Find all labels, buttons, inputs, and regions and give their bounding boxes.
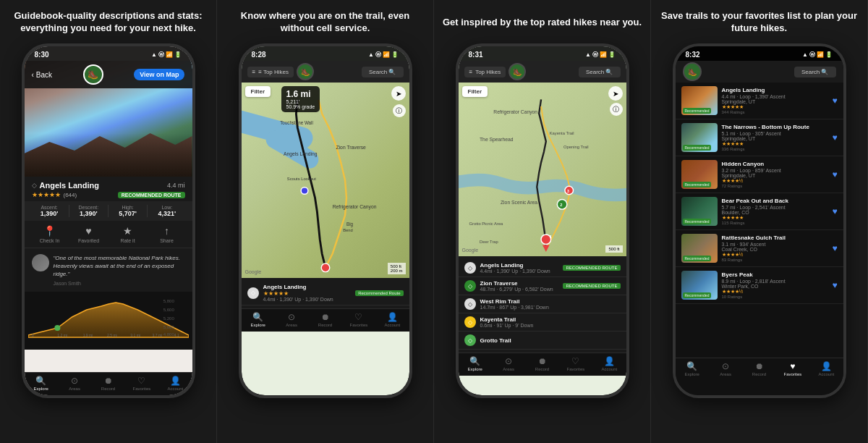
nav-areas-3[interactable]: ⊙ Areas xyxy=(492,356,525,371)
map-info-icon[interactable]: ⓘ xyxy=(393,104,406,117)
account-label-2: Account xyxy=(384,323,400,327)
compass-2[interactable]: ➤ xyxy=(391,86,406,101)
stat-low: Low: 4,321' xyxy=(148,205,186,217)
stars-bearpeak: ★★★★★ xyxy=(722,215,828,221)
trail-card-hidden[interactable]: Recommended Hidden Canyon 3.2 mi · Loop … xyxy=(676,156,843,193)
heart-byers[interactable]: ♥ xyxy=(832,280,837,290)
svg-text:5,000: 5,000 xyxy=(163,325,174,329)
nav-account-4[interactable]: 👤 Account xyxy=(809,361,843,376)
stat-high: High: 5,707' xyxy=(109,205,148,217)
search-btn-2[interactable]: Search 🔍 xyxy=(362,67,404,77)
menu-icon-3: ≡ xyxy=(469,69,473,75)
trail-card-rattlesnake[interactable]: Recommended Rattlesnake Gulch Trail 3.1 … xyxy=(676,230,843,267)
trail-card-narrows[interactable]: Recommended The Narrows - Bottom Up Rout… xyxy=(676,119,843,156)
info-hidden: Hidden Canyon 3.2 mi · Loop · 859' Ascen… xyxy=(722,161,828,189)
filter-button-2[interactable]: Filter xyxy=(245,86,271,97)
trail-card-bearpeak[interactable]: Recommended Bear Peak Out and Back 5.7 m… xyxy=(676,193,843,230)
nav-explore-2[interactable]: 🔍 Explore xyxy=(242,312,275,327)
meta-byers: 8.9 mi · Loop · 2,818' Ascent xyxy=(722,279,828,284)
areas-icon-4: ⊙ xyxy=(722,361,729,371)
low-value: 4,321' xyxy=(148,210,186,217)
heart-angels[interactable]: ♥ xyxy=(832,96,837,106)
trail-list-item-angels[interactable]: ◇ Angels Landing ★★★★★ 4.4mi · 1,390' Up… xyxy=(242,281,409,305)
rating-count: (644) xyxy=(64,192,77,198)
filter-button-3[interactable]: Filter xyxy=(462,86,488,97)
heart-bearpeak[interactable]: ♥ xyxy=(832,206,837,216)
record-label-3: Record xyxy=(535,367,549,371)
tli-westrim[interactable]: ◇ West Rim Trail 14.7mi · 867' Up · 3,98… xyxy=(459,295,626,313)
meta-bearpeak: 5.7 mi · Loop · 2,541' Ascent xyxy=(722,205,828,210)
record-label-4: Record xyxy=(752,372,766,376)
map-view-2[interactable]: Refrigerator Canyon Angels Landing Scout… xyxy=(242,83,409,278)
search-btn-4[interactable]: Search 🔍 xyxy=(794,67,836,77)
map-view-3[interactable]: 1 2 3 Refrigerator Canyon The Spearhead … xyxy=(459,83,626,256)
trail-stats: Ascent: 1,390' Descent: 1,390' High: 5,7… xyxy=(25,201,192,221)
info-icon-3[interactable]: ⓘ xyxy=(610,103,623,116)
view-map-button[interactable]: View on Map xyxy=(134,69,184,80)
back-button[interactable]: ‹ Back xyxy=(32,71,53,79)
nav-account-2[interactable]: 👤 Account xyxy=(375,312,409,327)
account-label: Account xyxy=(167,387,183,391)
nav-explore-1[interactable]: 🔍 Explore xyxy=(25,376,58,391)
thumb-rattlesnake: Recommended xyxy=(681,234,718,263)
nav-record-1[interactable]: ⏺ Record xyxy=(91,376,124,391)
nav-account-1[interactable]: 👤 Account xyxy=(158,376,192,391)
svg-text:2: 2 xyxy=(560,203,562,207)
phone1-screen: 8:30 ▲ ⓦ 📶 🔋 ‹ Back 🥾 View on Map ◇ Ange… xyxy=(25,46,192,395)
favorites-icon-4: ♥ xyxy=(790,361,795,371)
svg-text:2.5 mi: 2.5 mi xyxy=(106,333,116,337)
heart-hidden[interactable]: ♥ xyxy=(832,169,837,180)
phone-frame-4: 8:32 ▲ ⓦ 📶 🔋 🥾 Search 🔍 Recommended Ange… xyxy=(673,43,846,398)
westrim-name: West Rim Trail xyxy=(480,298,621,305)
tli-angels[interactable]: ◇ Angels Landing 4.4mi · 1,390' Up · 1,3… xyxy=(459,259,626,277)
icon-kayenta: ◇ xyxy=(464,316,476,328)
rec-badge-bearpeak: Recommended xyxy=(683,219,712,224)
map-header-3: ≡ Top Hikes 🥾 Search 🔍 xyxy=(459,61,626,83)
nav-areas-1[interactable]: ⊙ Areas xyxy=(58,376,91,391)
top-hikes-btn-3[interactable]: ≡ Top Hikes xyxy=(464,67,506,77)
account-icon-4: 👤 xyxy=(821,361,832,371)
tli-zion[interactable]: ◇ Zion Traverse 48.7mi · 6,279' Up · 6,5… xyxy=(459,277,626,295)
status-icons-3: ▲ ⓦ 📶 🔋 xyxy=(585,51,616,59)
favorited-action[interactable]: ♥ Favorited xyxy=(69,225,109,243)
trail-card-angels[interactable]: Recommended Angels Landing 4.4 mi · Loop… xyxy=(676,83,843,119)
tli-kayenta[interactable]: ◇ Kayenta Trail 0.6mi · 91' Up · 9' Down xyxy=(459,313,626,332)
nav-favorites-1[interactable]: ♡ Favorites xyxy=(125,376,158,391)
trail-distance: 4.4 mi xyxy=(167,182,185,189)
heart-narrows[interactable]: ♥ xyxy=(832,132,837,143)
nav-favorites-3[interactable]: ♡ Favorites xyxy=(559,356,592,371)
app-logo-3: 🥾 xyxy=(509,63,526,80)
rate-action[interactable]: ★ Rate it xyxy=(109,225,148,243)
check-in-label: Check In xyxy=(40,238,60,243)
nav-explore-3[interactable]: 🔍 Explore xyxy=(459,356,492,371)
recommended-badge: RECOMMENDED ROUTE xyxy=(118,192,185,198)
meta-angels: 4.4 mi · Loop · 1,390' Ascent xyxy=(722,94,828,99)
nav-favorites-4[interactable]: ♥ Favorites xyxy=(776,361,809,376)
share-action[interactable]: ↑ Share xyxy=(148,225,187,243)
compass-3[interactable]: ➤ xyxy=(608,86,623,101)
phone3-screen: 8:31 ▲ ⓦ 📶 🔋 ≡ Top Hikes 🥾 Search 🔍 xyxy=(459,46,626,395)
app-logo-2: 🥾 xyxy=(297,63,314,80)
nav-record-3[interactable]: ⏺ Record xyxy=(525,356,558,371)
rec-badge-byers: Recommended xyxy=(683,292,712,298)
nav-explore-4[interactable]: 🔍 Explore xyxy=(676,361,709,376)
favorites-icon-2: ♡ xyxy=(354,312,362,322)
check-in-action[interactable]: 📍 Check In xyxy=(30,225,69,243)
svg-point-0 xyxy=(54,325,60,331)
nav-areas-2[interactable]: ⊙ Areas xyxy=(275,312,308,327)
trail-list-2: ◇ Angels Landing ★★★★★ 4.4mi · 1,390' Up… xyxy=(242,278,409,308)
svg-text:3.7 mi: 3.7 mi xyxy=(152,333,162,337)
heart-rattlesnake[interactable]: ♥ xyxy=(832,243,837,253)
nav-record-2[interactable]: ⏺ Record xyxy=(308,312,341,327)
top-hikes-btn-2[interactable]: ≡ ≡ Top Hikes xyxy=(247,67,294,77)
nav-record-4[interactable]: ⏺ Record xyxy=(742,361,775,376)
account-icon: 👤 xyxy=(170,376,181,386)
trail-card-byers[interactable]: Recommended Byers Peak 8.9 mi · Loop · 2… xyxy=(676,267,843,304)
nav-areas-4[interactable]: ⊙ Areas xyxy=(709,361,742,376)
rate-label: Rate it xyxy=(120,238,135,243)
tli-grotto[interactable]: ◇ Grotto Trail xyxy=(459,332,626,350)
nav-account-3[interactable]: 👤 Account xyxy=(592,356,626,371)
stat-descent: Descent: 1,390' xyxy=(69,205,109,217)
search-btn-3[interactable]: Search 🔍 xyxy=(579,67,621,77)
nav-favorites-2[interactable]: ♡ Favorites xyxy=(342,312,375,327)
